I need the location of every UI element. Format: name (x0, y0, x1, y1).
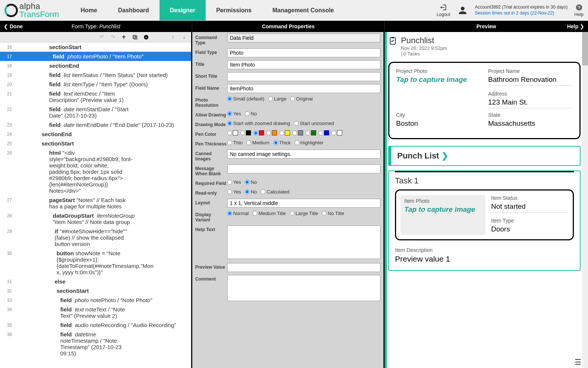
code-line[interactable]: 26html "<div style="background:#2980b9; … (0, 148, 191, 195)
code-line[interactable]: 23field date itemEndDate / "End Date" (2… (0, 120, 191, 129)
allow-draw-no[interactable] (245, 111, 250, 116)
logo: alpha TransForm (4, 2, 59, 19)
nav-permissions[interactable]: Permissions (206, 0, 262, 20)
help-button[interactable]: ? Help (574, 4, 584, 17)
main-layout: ↶ ↷ + + ↑ ↓ 16sectionStart 17field photo… (0, 32, 588, 368)
add-button[interactable]: + (121, 34, 127, 41)
req-yes[interactable] (227, 180, 232, 185)
preview-scrollbar[interactable] (582, 32, 588, 368)
help-icon: ? (575, 4, 583, 11)
preview-value-input[interactable] (227, 263, 380, 272)
state-value[interactable]: Massachusetts (488, 119, 573, 129)
project-name-value[interactable]: Bathroom Renovation (488, 76, 573, 86)
move-down-button[interactable]: ↓ (181, 34, 187, 41)
code-line[interactable]: 24sectionEnd (0, 129, 191, 139)
move-up-button[interactable]: ↑ (170, 34, 176, 41)
pt-thick[interactable] (273, 140, 278, 145)
project-photo-capture[interactable]: Tap to capture image (396, 76, 481, 85)
dv-no[interactable] (322, 211, 327, 216)
item-status-value[interactable]: Not started (491, 202, 569, 212)
color-black[interactable] (240, 131, 245, 135)
code-line[interactable]: 20field list itemType / "Item Type" (Doo… (0, 80, 191, 89)
prop-label: Pen Color (195, 130, 227, 137)
layout-input[interactable] (227, 199, 380, 208)
nav-designer[interactable]: Designer (160, 0, 206, 20)
code-line[interactable]: 36field datetime noteTimestamp / "Note T… (0, 330, 191, 358)
field-name-input[interactable] (227, 84, 380, 93)
code-line[interactable]: 35field audio noteRecording / "Audio Rec… (0, 320, 191, 330)
color-yellow[interactable] (279, 131, 284, 135)
code-line[interactable]: 25sectionStart (0, 139, 191, 148)
code-line[interactable]: 29if "##noteShowHide=="hide"" (false) //… (0, 227, 191, 249)
item-photo-box[interactable]: Item Photo Tap to capture image (401, 195, 485, 235)
dm-zoom-radio[interactable] (227, 121, 232, 126)
account-line: Account3892 (Trial account expires in 30… (475, 4, 568, 10)
undo-button[interactable]: ↶ (98, 34, 105, 41)
code-line[interactable]: 32sectionStart (0, 286, 191, 295)
sub-help-button[interactable]: Help ❯ (567, 23, 584, 29)
title-input[interactable] (227, 60, 380, 69)
city-value[interactable]: Boston (396, 119, 481, 129)
ro-yes[interactable] (227, 189, 232, 194)
ro-no[interactable] (245, 189, 250, 194)
code-line[interactable]: 18sectionEnd (0, 61, 191, 70)
item-photo-capture[interactable]: Tap to capture image (404, 205, 482, 215)
pt-thin[interactable] (227, 140, 232, 145)
nav-home[interactable]: Home (70, 0, 107, 20)
res-large-radio[interactable] (268, 96, 273, 101)
pt-med[interactable] (246, 140, 251, 145)
code-line[interactable]: 30button showNote = "Note {$groupindex+1… (0, 249, 191, 277)
dv-med[interactable] (253, 211, 257, 216)
msg-blank-input[interactable] (227, 164, 380, 173)
dv-normal[interactable] (227, 211, 232, 216)
nav-dashboard[interactable]: Dashboard (107, 0, 160, 20)
project-card: Project Photo Tap to capture image Proje… (388, 62, 581, 139)
punchlist-section-header[interactable]: Punch List ❯ (388, 146, 581, 166)
photo-res-radios: Small (default) Large Original (227, 96, 380, 102)
duplicate-button[interactable]: + (132, 34, 138, 41)
address-value[interactable]: 123 Main St. (488, 98, 573, 108)
code-line[interactable]: 28dataGroupStart itemNoteGroup "Item Not… (0, 211, 191, 227)
res-original-radio[interactable] (290, 96, 295, 101)
color-blue[interactable] (318, 131, 323, 135)
req-no[interactable] (245, 180, 250, 185)
session-line[interactable]: Session times out in 2 days (22-Nov-22) (475, 10, 568, 16)
item-type-value[interactable]: Doors (491, 225, 569, 235)
code-line[interactable]: 33field photo notePhoto / "Note Photo" (0, 295, 191, 305)
color-white[interactable] (227, 131, 232, 135)
short-title-input[interactable] (227, 72, 380, 81)
help-text-input[interactable] (227, 225, 380, 259)
delete-button[interactable] (143, 34, 150, 41)
code-line[interactable]: 22field date itemStartDate / "Start Date… (0, 105, 191, 120)
prop-label: Help Text (195, 225, 227, 232)
code-line[interactable]: 34field text noteText / "Note Text" (Pre… (0, 305, 191, 320)
code-line[interactable]: 16sectionStart (0, 42, 191, 52)
fld-label: Item Photo (404, 198, 482, 204)
ro-calc[interactable] (261, 189, 266, 194)
nav-console[interactable]: Management Console (262, 0, 344, 20)
dv-lg[interactable] (290, 211, 295, 216)
color-gray[interactable] (292, 131, 297, 135)
color-orange[interactable] (266, 131, 271, 135)
allow-draw-yes[interactable] (227, 111, 232, 116)
color-none[interactable] (331, 131, 336, 135)
logout-button[interactable]: Logout (437, 4, 450, 17)
pt-hl[interactable] (295, 140, 299, 145)
res-small-radio[interactable] (227, 96, 232, 101)
redo-button[interactable]: ↷ (109, 34, 116, 41)
menu-icon[interactable]: ☰ (575, 358, 581, 367)
done-button[interactable]: ❮ Done (4, 23, 23, 29)
canned-input[interactable] (227, 150, 380, 159)
field-type-input[interactable] (227, 48, 380, 57)
color-green[interactable] (305, 131, 310, 135)
code-line[interactable]: 31else (0, 277, 191, 286)
code-line[interactable]: 21field text itemDesc / "Item Descriptio… (0, 89, 191, 105)
code-line[interactable]: 19field list itemStatus / "Item Status" … (0, 70, 191, 80)
comment-input[interactable] (227, 275, 380, 301)
dm-unzoom-radio[interactable] (294, 121, 299, 126)
code-line-selected[interactable]: 17field photo itemPhoto / "Item Photo" (0, 52, 191, 61)
code-line[interactable]: 27pageStart "Notes" // Each task has a p… (0, 195, 191, 211)
color-red[interactable] (253, 131, 258, 135)
item-desc-value[interactable]: Preview value 1 (395, 255, 574, 265)
prop-label: Message When Blank (195, 164, 227, 176)
